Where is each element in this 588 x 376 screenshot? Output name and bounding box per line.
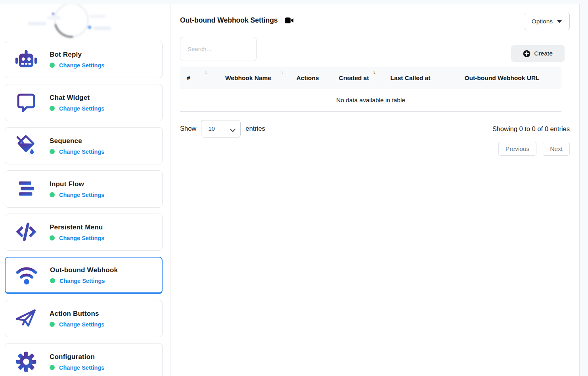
sidebar-item-label: Action Buttons: [50, 310, 104, 318]
page-title: Out-bound Webhook Settings: [180, 16, 278, 25]
sidebar-item-label: Input Flow: [50, 180, 104, 188]
column-header-webhook-name[interactable]: Webhook Name ↑↓: [211, 67, 286, 89]
plus-circle-icon: [523, 50, 531, 57]
sort-desc-icon[interactable]: ↑↓: [372, 70, 375, 75]
change-settings-link[interactable]: Change Settings: [59, 321, 104, 328]
status-dot: [50, 192, 55, 197]
column-header-actions: Actions: [286, 67, 329, 89]
sidebar-item-persistent-menu[interactable]: Persistent Menu Change Settings: [5, 214, 163, 251]
options-button-label: Options: [532, 18, 553, 25]
wifi-icon: [14, 263, 39, 287]
sidebar-item-label: Persistent Menu: [50, 223, 104, 231]
status-dot: [50, 322, 55, 327]
table-header-row: # ↑↓ Webhook Name ↑↓ Actions Created at …: [180, 67, 561, 89]
logo-image: [0, 4, 170, 41]
bars-icon: [14, 177, 38, 201]
main-content: Out-bound Webhook Settings Options Creat…: [171, 4, 579, 376]
chat-bubble-icon: [14, 90, 38, 115]
search-input[interactable]: [180, 37, 257, 61]
change-settings-link[interactable]: Change Settings: [59, 365, 104, 371]
chevron-down-icon: [557, 20, 562, 23]
previous-button[interactable]: Previous: [498, 142, 536, 156]
status-dot: [50, 235, 55, 240]
sidebar-item-label: Chat Widget: [50, 94, 104, 102]
status-dot: [50, 365, 55, 370]
sidebar-item-input-flow[interactable]: Input Flow Change Settings: [5, 170, 163, 208]
sort-icon[interactable]: ↑↓: [205, 70, 208, 75]
sidebar-item-label: Out-bound Webhook: [50, 266, 118, 274]
sidebar-item-configuration[interactable]: Configuration Change Settings: [5, 343, 163, 376]
page-size-select[interactable]: 10: [201, 120, 241, 137]
sidebar-item-label: Sequence: [50, 137, 104, 145]
change-settings-link[interactable]: Change Settings: [59, 278, 105, 284]
entries-summary: Showing 0 to 0 of 0 entries: [492, 125, 570, 133]
status-dot: [50, 63, 55, 68]
sidebar-item-bot-reply[interactable]: Bot Reply Change Settings: [5, 41, 163, 78]
column-header-created-at[interactable]: Created at ↑↓: [329, 67, 378, 89]
entries-label: entries: [245, 125, 265, 132]
gear-icon: [14, 349, 38, 374]
app-panel: Bot Reply Change Settings Chat Widget: [0, 4, 580, 376]
empty-row: No data available in table: [180, 89, 561, 111]
paper-plane-icon: [14, 306, 38, 331]
sidebar-item-label: Bot Reply: [50, 51, 104, 59]
sidebar-item-action-buttons[interactable]: Action Buttons Change Settings: [5, 300, 163, 337]
change-settings-link[interactable]: Change Settings: [59, 62, 104, 69]
video-camera-icon[interactable]: [285, 17, 294, 24]
create-button-label: Create: [534, 50, 553, 57]
change-settings-link[interactable]: Change Settings: [59, 235, 104, 241]
status-dot: [50, 106, 55, 111]
webhook-table: # ↑↓ Webhook Name ↑↓ Actions Created at …: [180, 67, 561, 112]
change-settings-link[interactable]: Change Settings: [59, 192, 104, 198]
robot-icon: [14, 47, 38, 72]
options-button[interactable]: Options: [524, 13, 570, 30]
column-header-last-called-at: Last Called at: [378, 67, 442, 89]
code-icon: [14, 220, 38, 244]
sidebar: Bot Reply Change Settings Chat Widget: [0, 4, 171, 376]
sidebar-item-chat-widget[interactable]: Chat Widget Change Settings: [5, 84, 163, 121]
sort-icon[interactable]: ↑↓: [280, 70, 283, 75]
column-header-outbound-webhook-url: Out-bound Webhook URL: [442, 67, 561, 89]
status-dot: [50, 278, 55, 283]
sidebar-item-label: Configuration: [50, 353, 104, 361]
column-header-num[interactable]: # ↑↓: [180, 67, 211, 89]
change-settings-link[interactable]: Change Settings: [59, 149, 104, 155]
paint-bucket-icon: [14, 134, 38, 158]
sidebar-item-sequence[interactable]: Sequence Change Settings: [5, 127, 163, 164]
empty-message: No data available in table: [180, 89, 561, 111]
status-dot: [50, 149, 55, 154]
sidebar-item-out-bound-webhook[interactable]: Out-bound Webhook Change Settings: [5, 257, 163, 294]
next-button[interactable]: Next: [543, 142, 570, 156]
show-label: Show: [180, 125, 196, 132]
change-settings-link[interactable]: Change Settings: [59, 105, 104, 112]
create-button[interactable]: Create: [511, 45, 565, 62]
